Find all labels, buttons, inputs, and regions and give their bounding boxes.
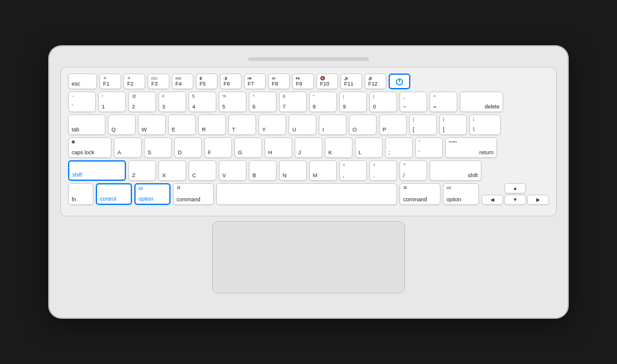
key-slash[interactable]: ? / [399, 160, 427, 181]
key-4[interactable]: $ 4 [189, 92, 216, 112]
key-q[interactable]: Q [108, 115, 136, 135]
key-u[interactable]: U [289, 115, 316, 135]
arrow-cluster: ▲ ◀ ▼ ▶ [481, 183, 549, 205]
key-minus[interactable]: _ – [399, 92, 427, 112]
key-9[interactable]: ( 9 [339, 92, 367, 112]
key-f[interactable]: F [204, 137, 232, 158]
key-g[interactable]: G [234, 137, 262, 158]
key-e[interactable]: E [168, 115, 196, 135]
key-b[interactable]: B [249, 160, 277, 181]
key-7[interactable]: & 7 [279, 92, 307, 112]
asdf-key-row: caps lock A S D F G H J K L : ; " ' ente… [68, 137, 549, 158]
key-comma[interactable]: < , [339, 160, 367, 181]
keyboard-area: esc ☀ F1 ☀ F2 ⊟⊟ F3 ⊞⊞ F4 ◐ F5 [60, 67, 557, 216]
key-capslock[interactable]: caps lock [68, 137, 111, 158]
key-arrow-left[interactable]: ◀ [481, 195, 503, 205]
key-m[interactable]: M [309, 160, 337, 181]
key-v[interactable]: V [219, 160, 246, 181]
key-period[interactable]: > . [369, 160, 397, 181]
key-delete[interactable]: delete [460, 92, 503, 112]
key-f7[interactable]: ⏮ F7 [244, 74, 266, 89]
key-open-bracket[interactable]: { [ [409, 115, 437, 135]
key-1[interactable]: ! 1 [98, 92, 126, 112]
key-command-left[interactable]: ⌘ command [173, 183, 214, 205]
key-fn[interactable]: fn [68, 183, 93, 205]
zxcv-key-row: shift Z X C V B N M < , > . ? / shift [68, 160, 549, 181]
key-f2[interactable]: ☀ F2 [124, 74, 145, 89]
key-z[interactable]: Z [128, 160, 156, 181]
qwerty-key-row: tab Q W E R T Y U I O P { [ } ] | \ [68, 115, 549, 135]
key-d[interactable]: D [174, 137, 202, 158]
key-c[interactable]: C [189, 160, 216, 181]
key-arrow-right[interactable]: ▶ [527, 195, 549, 205]
key-command-right[interactable]: ⌘ command [399, 183, 440, 205]
key-option-right[interactable]: alt option [443, 183, 479, 205]
key-h[interactable]: H [265, 137, 292, 158]
key-return[interactable]: enter return [445, 137, 497, 158]
key-f12[interactable]: 🔊 F12 [365, 74, 386, 89]
key-option-left[interactable]: alt option [134, 183, 171, 205]
key-a[interactable]: A [114, 137, 142, 158]
number-key-row: ~ ` ! 1 @ 2 # 3 $ 4 % 5 [68, 92, 549, 112]
key-f5[interactable]: ◐ F5 [196, 74, 218, 89]
key-p[interactable]: P [379, 115, 407, 135]
key-f3[interactable]: ⊟⊟ F3 [148, 74, 169, 89]
key-close-bracket[interactable]: } ] [439, 115, 467, 135]
key-y[interactable]: Y [258, 115, 286, 135]
key-semicolon[interactable]: : ; [385, 137, 413, 158]
key-arrow-down[interactable]: ▼ [504, 195, 526, 205]
key-0[interactable]: ) 0 [369, 92, 397, 112]
arrow-up-row: ▲ [481, 183, 549, 193]
key-shift-right[interactable]: shift [430, 160, 481, 181]
key-esc[interactable]: esc [68, 74, 97, 89]
key-k[interactable]: K [325, 137, 352, 158]
laptop-body: esc ☀ F1 ☀ F2 ⊟⊟ F3 ⊞⊞ F4 ◐ F5 [49, 46, 568, 318]
key-8[interactable]: * 8 [309, 92, 337, 112]
key-backslash[interactable]: | \ [469, 115, 501, 135]
key-esc-label: esc [72, 81, 80, 87]
key-l[interactable]: L [355, 137, 383, 158]
key-f6[interactable]: ◑ F6 [220, 74, 242, 89]
key-3[interactable]: # 3 [158, 92, 186, 112]
key-f8[interactable]: ⏯ F8 [268, 74, 290, 89]
key-w[interactable]: W [138, 115, 166, 135]
key-i[interactable]: I [319, 115, 346, 135]
key-f9[interactable]: ⏭ F9 [292, 74, 314, 89]
key-quote[interactable]: " ' [415, 137, 443, 158]
capslock-indicator [72, 140, 75, 143]
key-shift-left[interactable]: shift [68, 160, 126, 181]
power-icon [395, 77, 404, 86]
key-s[interactable]: S [144, 137, 172, 158]
key-j[interactable]: J [295, 137, 322, 158]
key-6[interactable]: ^ 6 [249, 92, 277, 112]
key-equals[interactable]: + = [430, 92, 457, 112]
trackpad[interactable] [212, 221, 405, 293]
key-f11[interactable]: 🔉 F11 [340, 74, 362, 89]
key-space[interactable] [216, 183, 397, 205]
key-f10[interactable]: 🔇 F10 [316, 74, 338, 89]
key-tilde[interactable]: ~ ` [68, 92, 96, 112]
key-power[interactable] [389, 74, 410, 89]
key-control[interactable]: control [96, 183, 132, 205]
key-f4[interactable]: ⊞⊞ F4 [172, 74, 193, 89]
hinge-top [248, 57, 369, 61]
key-t[interactable]: T [228, 115, 256, 135]
trackpad-area [60, 221, 557, 293]
key-n[interactable]: N [279, 160, 307, 181]
fn-key-row: esc ☀ F1 ☀ F2 ⊟⊟ F3 ⊞⊞ F4 ◐ F5 [68, 74, 549, 89]
key-arrow-up[interactable]: ▲ [504, 183, 526, 193]
key-o[interactable]: O [349, 115, 377, 135]
key-x[interactable]: X [158, 160, 186, 181]
key-r[interactable]: R [198, 115, 226, 135]
key-2[interactable]: @ 2 [128, 92, 156, 112]
key-5[interactable]: % 5 [219, 92, 246, 112]
arrow-lr-row: ◀ ▼ ▶ [481, 195, 549, 205]
modifier-key-row: fn control alt option ⌘ command ⌘ comman… [68, 183, 549, 205]
key-tab[interactable]: tab [68, 115, 105, 135]
key-f1[interactable]: ☀ F1 [99, 74, 121, 89]
